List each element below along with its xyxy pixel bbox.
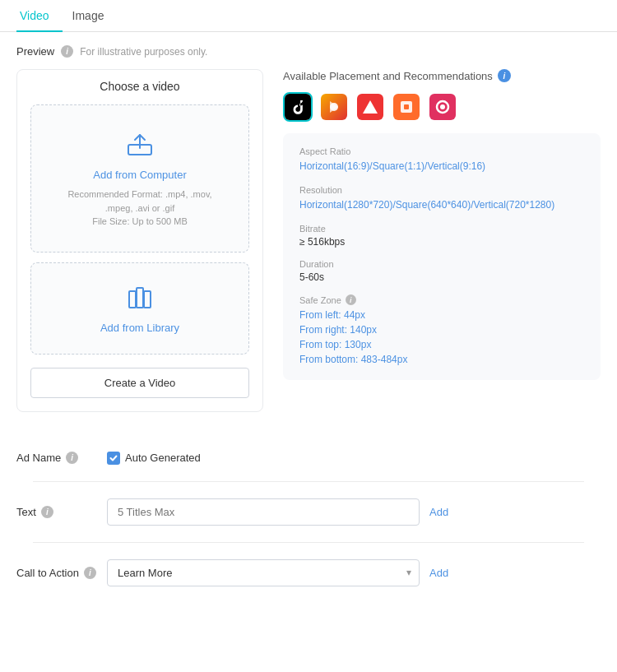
safe-zone-info-icon[interactable]: i xyxy=(346,294,356,305)
left-panel-inner: Choose a video Add from Computer Recomme… xyxy=(16,69,263,412)
svg-marker-6 xyxy=(363,100,378,114)
preview-label: Preview xyxy=(16,45,54,58)
preview-hint: For illustrative purposes only. xyxy=(80,46,207,58)
tiktok-icon xyxy=(285,94,311,120)
choose-video-title: Choose a video xyxy=(30,70,249,93)
left-panel: Choose a video Add from Computer Recomme… xyxy=(16,69,263,412)
library-label: Add from Library xyxy=(48,322,232,334)
auto-generated-label: Auto Generated xyxy=(125,452,201,464)
svg-point-10 xyxy=(440,104,445,109)
tab-image[interactable]: Image xyxy=(69,1,118,32)
cta-info-icon[interactable]: i xyxy=(84,567,96,579)
preview-info-icon[interactable]: i xyxy=(61,45,73,58)
placement-title: Available Placement and Recommendations xyxy=(283,70,493,82)
placement-info-icon[interactable]: i xyxy=(498,69,511,82)
platform-icons-row xyxy=(283,92,601,122)
duration-value: 5-60s xyxy=(299,271,584,283)
svg-rect-8 xyxy=(404,104,409,109)
tab-video[interactable]: Video xyxy=(16,1,63,32)
safe-zone-right: From right: 140px xyxy=(299,322,584,337)
divider-2 xyxy=(33,542,584,543)
topbuzz-icon xyxy=(393,94,420,120)
bitrate-value: ≥ 516kbps xyxy=(299,236,584,248)
safe-zone-bottom: From bottom: 483-484px xyxy=(299,352,584,367)
create-video-button[interactable]: Create a Video xyxy=(30,368,249,398)
upload-computer-label: Add from Computer xyxy=(48,169,232,181)
spec-resolution: Resolution Horizontal(1280*720)/Square(6… xyxy=(299,185,584,212)
spec-duration: Duration 5-60s xyxy=(299,259,584,283)
ad-name-controls: Auto Generated xyxy=(107,452,201,465)
cta-add-link[interactable]: Add xyxy=(429,567,448,579)
platform-pangle[interactable] xyxy=(319,92,349,122)
divider-1 xyxy=(33,481,584,482)
platform-babe[interactable] xyxy=(428,92,457,122)
right-panel: Available Placement and Recommendations … xyxy=(283,69,601,412)
news-feed-icon xyxy=(357,94,383,120)
spec-safe-zone: Safe Zone i From left: 44px From right: … xyxy=(299,294,584,367)
platform-topbuzz[interactable] xyxy=(392,92,421,122)
ad-name-row: Ad Name i Auto Generated xyxy=(16,452,601,465)
library-icon xyxy=(48,283,232,315)
text-label: Text i xyxy=(16,506,107,518)
main-content: Choose a video Add from Computer Recomme… xyxy=(0,69,617,412)
svg-rect-4 xyxy=(144,291,151,308)
safe-zone-top: From top: 130px xyxy=(299,337,584,352)
aspect-ratio-label: Aspect Ratio xyxy=(299,146,584,156)
resolution-value: Horizontal(1280*720)/Square(640*640)/Ver… xyxy=(299,197,584,212)
auto-generated-checkbox[interactable] xyxy=(107,452,120,465)
upload-from-library-box[interactable]: Add from Library xyxy=(30,262,249,355)
text-add-link[interactable]: Add xyxy=(429,506,448,518)
cta-label: Call to Action i xyxy=(16,567,107,579)
ad-name-label: Ad Name i xyxy=(16,452,107,464)
safe-zone-label: Safe Zone i xyxy=(299,294,584,305)
platform-tiktok[interactable] xyxy=(283,92,313,122)
text-row: Text i Add xyxy=(16,498,601,526)
cta-select-wrapper: Learn More Shop Now Sign Up Download Con… xyxy=(107,559,420,586)
duration-label: Duration xyxy=(299,259,584,269)
upload-from-computer-box[interactable]: Add from Computer Recommended Format: .m… xyxy=(30,104,249,253)
text-input[interactable] xyxy=(107,498,420,526)
placement-header: Available Placement and Recommendations … xyxy=(283,69,601,82)
svg-rect-3 xyxy=(137,288,143,308)
tab-bar: Video Image xyxy=(0,0,617,32)
bottom-section: Ad Name i Auto Generated Text i Add xyxy=(0,435,617,586)
upload-computer-icon xyxy=(48,128,232,160)
spec-aspect-ratio: Aspect Ratio Horizontal(16:9)/Square(1:1… xyxy=(299,146,584,174)
aspect-ratio-value: Horizontal(16:9)/Square(1:1)/Vertical(9:… xyxy=(299,159,584,174)
svg-rect-2 xyxy=(129,291,136,308)
cta-row: Call to Action i Learn More Shop Now Sig… xyxy=(16,559,601,586)
spec-bitrate: Bitrate ≥ 516kbps xyxy=(299,224,584,248)
platform-news-feed[interactable] xyxy=(355,92,385,122)
auto-generated-checkbox-wrapper[interactable]: Auto Generated xyxy=(107,452,201,465)
ad-name-info-icon[interactable]: i xyxy=(66,452,78,464)
pangle-icon xyxy=(321,94,347,120)
safe-zone-left: From left: 44px xyxy=(299,308,584,322)
specs-panel: Aspect Ratio Horizontal(16:9)/Square(1:1… xyxy=(283,133,601,380)
text-info-icon[interactable]: i xyxy=(41,506,53,518)
preview-row: Preview i For illustrative purposes only… xyxy=(0,45,617,58)
babe-icon xyxy=(429,94,456,120)
resolution-label: Resolution xyxy=(299,185,584,195)
upload-computer-hint: Recommended Format: .mp4, .mov, .mpeg, .… xyxy=(48,188,232,229)
cta-select[interactable]: Learn More Shop Now Sign Up Download Con… xyxy=(107,559,420,586)
bitrate-label: Bitrate xyxy=(299,224,584,234)
